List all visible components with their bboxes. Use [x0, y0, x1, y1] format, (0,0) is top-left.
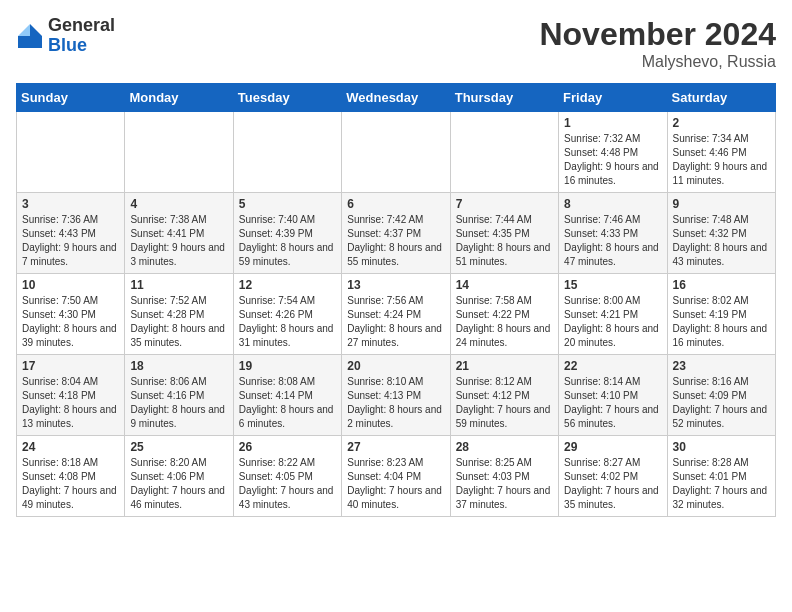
day-detail: Sunrise: 7:32 AM Sunset: 4:48 PM Dayligh…: [564, 132, 661, 188]
day-detail: Sunrise: 7:56 AM Sunset: 4:24 PM Dayligh…: [347, 294, 444, 350]
logo-icon: [16, 22, 44, 50]
calendar-cell: 25Sunrise: 8:20 AM Sunset: 4:06 PM Dayli…: [125, 436, 233, 517]
day-detail: Sunrise: 8:16 AM Sunset: 4:09 PM Dayligh…: [673, 375, 770, 431]
calendar-cell: 12Sunrise: 7:54 AM Sunset: 4:26 PM Dayli…: [233, 274, 341, 355]
day-number: 8: [564, 197, 661, 211]
location: Malyshevo, Russia: [539, 53, 776, 71]
calendar-cell: [125, 112, 233, 193]
page-header: General Blue November 2024 Malyshevo, Ru…: [16, 16, 776, 71]
calendar-cell: [17, 112, 125, 193]
weekday-header: Friday: [559, 84, 667, 112]
calendar-cell: 15Sunrise: 8:00 AM Sunset: 4:21 PM Dayli…: [559, 274, 667, 355]
calendar-week-row: 10Sunrise: 7:50 AM Sunset: 4:30 PM Dayli…: [17, 274, 776, 355]
day-number: 11: [130, 278, 227, 292]
day-number: 13: [347, 278, 444, 292]
day-detail: Sunrise: 8:20 AM Sunset: 4:06 PM Dayligh…: [130, 456, 227, 512]
weekday-header-row: SundayMondayTuesdayWednesdayThursdayFrid…: [17, 84, 776, 112]
day-detail: Sunrise: 7:42 AM Sunset: 4:37 PM Dayligh…: [347, 213, 444, 269]
calendar-cell: 14Sunrise: 7:58 AM Sunset: 4:22 PM Dayli…: [450, 274, 558, 355]
day-number: 4: [130, 197, 227, 211]
calendar-cell: 24Sunrise: 8:18 AM Sunset: 4:08 PM Dayli…: [17, 436, 125, 517]
weekday-header: Wednesday: [342, 84, 450, 112]
calendar-cell: [450, 112, 558, 193]
day-detail: Sunrise: 8:23 AM Sunset: 4:04 PM Dayligh…: [347, 456, 444, 512]
day-number: 29: [564, 440, 661, 454]
day-detail: Sunrise: 8:06 AM Sunset: 4:16 PM Dayligh…: [130, 375, 227, 431]
day-detail: Sunrise: 8:00 AM Sunset: 4:21 PM Dayligh…: [564, 294, 661, 350]
day-number: 28: [456, 440, 553, 454]
calendar-week-row: 1Sunrise: 7:32 AM Sunset: 4:48 PM Daylig…: [17, 112, 776, 193]
weekday-header: Sunday: [17, 84, 125, 112]
day-detail: Sunrise: 8:27 AM Sunset: 4:02 PM Dayligh…: [564, 456, 661, 512]
day-detail: Sunrise: 7:38 AM Sunset: 4:41 PM Dayligh…: [130, 213, 227, 269]
day-number: 3: [22, 197, 119, 211]
day-detail: Sunrise: 8:08 AM Sunset: 4:14 PM Dayligh…: [239, 375, 336, 431]
day-number: 30: [673, 440, 770, 454]
day-number: 21: [456, 359, 553, 373]
day-number: 6: [347, 197, 444, 211]
logo-general: General: [48, 16, 115, 36]
day-number: 16: [673, 278, 770, 292]
day-number: 5: [239, 197, 336, 211]
day-detail: Sunrise: 7:54 AM Sunset: 4:26 PM Dayligh…: [239, 294, 336, 350]
calendar-cell: 7Sunrise: 7:44 AM Sunset: 4:35 PM Daylig…: [450, 193, 558, 274]
calendar-week-row: 3Sunrise: 7:36 AM Sunset: 4:43 PM Daylig…: [17, 193, 776, 274]
day-number: 26: [239, 440, 336, 454]
calendar-cell: 5Sunrise: 7:40 AM Sunset: 4:39 PM Daylig…: [233, 193, 341, 274]
day-detail: Sunrise: 8:22 AM Sunset: 4:05 PM Dayligh…: [239, 456, 336, 512]
day-detail: Sunrise: 8:28 AM Sunset: 4:01 PM Dayligh…: [673, 456, 770, 512]
day-detail: Sunrise: 7:34 AM Sunset: 4:46 PM Dayligh…: [673, 132, 770, 188]
day-detail: Sunrise: 8:12 AM Sunset: 4:12 PM Dayligh…: [456, 375, 553, 431]
month-title: November 2024: [539, 16, 776, 53]
weekday-header: Tuesday: [233, 84, 341, 112]
calendar-cell: 28Sunrise: 8:25 AM Sunset: 4:03 PM Dayli…: [450, 436, 558, 517]
calendar-cell: 4Sunrise: 7:38 AM Sunset: 4:41 PM Daylig…: [125, 193, 233, 274]
calendar-cell: 13Sunrise: 7:56 AM Sunset: 4:24 PM Dayli…: [342, 274, 450, 355]
calendar-table: SundayMondayTuesdayWednesdayThursdayFrid…: [16, 83, 776, 517]
calendar-cell: [342, 112, 450, 193]
svg-marker-1: [18, 24, 30, 36]
day-number: 23: [673, 359, 770, 373]
day-detail: Sunrise: 7:46 AM Sunset: 4:33 PM Dayligh…: [564, 213, 661, 269]
day-number: 22: [564, 359, 661, 373]
calendar-cell: 8Sunrise: 7:46 AM Sunset: 4:33 PM Daylig…: [559, 193, 667, 274]
day-detail: Sunrise: 7:50 AM Sunset: 4:30 PM Dayligh…: [22, 294, 119, 350]
calendar-week-row: 24Sunrise: 8:18 AM Sunset: 4:08 PM Dayli…: [17, 436, 776, 517]
day-number: 14: [456, 278, 553, 292]
day-detail: Sunrise: 7:40 AM Sunset: 4:39 PM Dayligh…: [239, 213, 336, 269]
calendar-cell: 10Sunrise: 7:50 AM Sunset: 4:30 PM Dayli…: [17, 274, 125, 355]
weekday-header: Saturday: [667, 84, 775, 112]
calendar-cell: 11Sunrise: 7:52 AM Sunset: 4:28 PM Dayli…: [125, 274, 233, 355]
day-detail: Sunrise: 8:18 AM Sunset: 4:08 PM Dayligh…: [22, 456, 119, 512]
day-detail: Sunrise: 7:52 AM Sunset: 4:28 PM Dayligh…: [130, 294, 227, 350]
svg-rect-2: [18, 36, 42, 48]
calendar-cell: 6Sunrise: 7:42 AM Sunset: 4:37 PM Daylig…: [342, 193, 450, 274]
day-detail: Sunrise: 8:10 AM Sunset: 4:13 PM Dayligh…: [347, 375, 444, 431]
calendar-cell: 1Sunrise: 7:32 AM Sunset: 4:48 PM Daylig…: [559, 112, 667, 193]
calendar-cell: 20Sunrise: 8:10 AM Sunset: 4:13 PM Dayli…: [342, 355, 450, 436]
calendar-cell: 16Sunrise: 8:02 AM Sunset: 4:19 PM Dayli…: [667, 274, 775, 355]
day-number: 20: [347, 359, 444, 373]
calendar-cell: 21Sunrise: 8:12 AM Sunset: 4:12 PM Dayli…: [450, 355, 558, 436]
calendar-cell: 17Sunrise: 8:04 AM Sunset: 4:18 PM Dayli…: [17, 355, 125, 436]
day-number: 25: [130, 440, 227, 454]
day-number: 17: [22, 359, 119, 373]
day-number: 18: [130, 359, 227, 373]
calendar-cell: 27Sunrise: 8:23 AM Sunset: 4:04 PM Dayli…: [342, 436, 450, 517]
calendar-cell: 9Sunrise: 7:48 AM Sunset: 4:32 PM Daylig…: [667, 193, 775, 274]
day-detail: Sunrise: 7:44 AM Sunset: 4:35 PM Dayligh…: [456, 213, 553, 269]
day-number: 1: [564, 116, 661, 130]
day-detail: Sunrise: 7:36 AM Sunset: 4:43 PM Dayligh…: [22, 213, 119, 269]
calendar-cell: 29Sunrise: 8:27 AM Sunset: 4:02 PM Dayli…: [559, 436, 667, 517]
day-number: 10: [22, 278, 119, 292]
svg-marker-0: [30, 24, 42, 36]
calendar-cell: 30Sunrise: 8:28 AM Sunset: 4:01 PM Dayli…: [667, 436, 775, 517]
day-detail: Sunrise: 8:25 AM Sunset: 4:03 PM Dayligh…: [456, 456, 553, 512]
day-number: 2: [673, 116, 770, 130]
day-number: 27: [347, 440, 444, 454]
calendar-cell: 23Sunrise: 8:16 AM Sunset: 4:09 PM Dayli…: [667, 355, 775, 436]
calendar-cell: 19Sunrise: 8:08 AM Sunset: 4:14 PM Dayli…: [233, 355, 341, 436]
calendar-week-row: 17Sunrise: 8:04 AM Sunset: 4:18 PM Dayli…: [17, 355, 776, 436]
calendar-cell: 22Sunrise: 8:14 AM Sunset: 4:10 PM Dayli…: [559, 355, 667, 436]
calendar-cell: 18Sunrise: 8:06 AM Sunset: 4:16 PM Dayli…: [125, 355, 233, 436]
